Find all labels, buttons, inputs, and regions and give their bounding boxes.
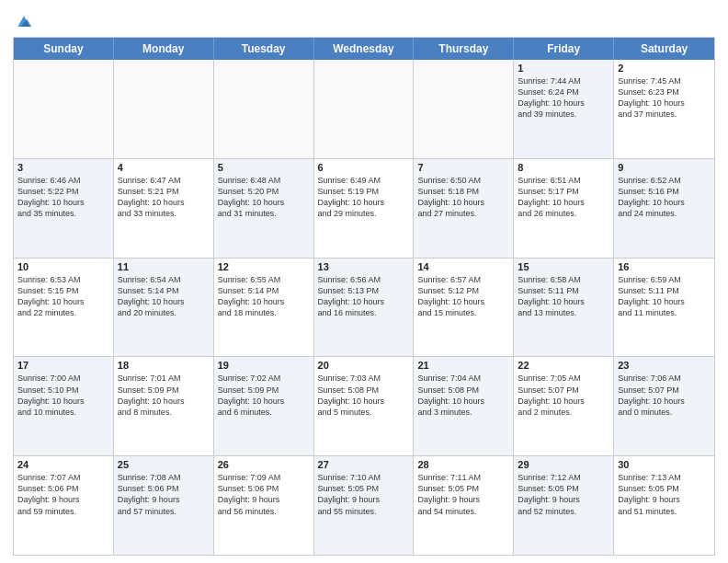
day-info: Sunrise: 7:03 AM Sunset: 5:08 PM Dayligh… bbox=[318, 373, 410, 418]
day-info: Sunrise: 6:53 AM Sunset: 5:15 PM Dayligh… bbox=[17, 274, 109, 319]
calendar-cell-23: 23Sunrise: 7:06 AM Sunset: 5:07 PM Dayli… bbox=[614, 357, 714, 455]
header-day-wednesday: Wednesday bbox=[314, 38, 415, 60]
day-info: Sunrise: 7:06 AM Sunset: 5:07 PM Dayligh… bbox=[618, 373, 711, 418]
calendar-cell-25: 25Sunrise: 7:08 AM Sunset: 5:06 PM Dayli… bbox=[114, 456, 214, 555]
header-day-tuesday: Tuesday bbox=[214, 38, 314, 60]
calendar-cell-empty bbox=[14, 60, 114, 158]
day-number: 10 bbox=[17, 261, 109, 272]
day-info: Sunrise: 7:11 AM Sunset: 5:05 PM Dayligh… bbox=[417, 472, 509, 517]
day-number: 7 bbox=[417, 162, 509, 173]
calendar-cell-29: 29Sunrise: 7:12 AM Sunset: 5:05 PM Dayli… bbox=[514, 456, 614, 555]
day-info: Sunrise: 6:59 AM Sunset: 5:11 PM Dayligh… bbox=[618, 274, 711, 319]
day-number: 14 bbox=[417, 261, 509, 272]
day-info: Sunrise: 6:56 AM Sunset: 5:13 PM Dayligh… bbox=[318, 274, 410, 319]
page-container: SundayMondayTuesdayWednesdayThursdayFrid… bbox=[0, 0, 728, 563]
day-info: Sunrise: 7:04 AM Sunset: 5:08 PM Dayligh… bbox=[417, 373, 509, 418]
calendar-cell-empty bbox=[414, 60, 514, 158]
calendar-cell-2: 2Sunrise: 7:45 AM Sunset: 6:23 PM Daylig… bbox=[614, 60, 714, 158]
day-info: Sunrise: 6:57 AM Sunset: 5:12 PM Dayligh… bbox=[417, 274, 509, 319]
header-day-thursday: Thursday bbox=[414, 38, 514, 60]
day-info: Sunrise: 6:48 AM Sunset: 5:20 PM Dayligh… bbox=[218, 175, 310, 220]
day-info: Sunrise: 7:02 AM Sunset: 5:09 PM Dayligh… bbox=[218, 373, 310, 418]
calendar-row-3: 17Sunrise: 7:00 AM Sunset: 5:10 PM Dayli… bbox=[14, 357, 714, 456]
calendar-cell-12: 12Sunrise: 6:55 AM Sunset: 5:14 PM Dayli… bbox=[214, 259, 314, 357]
day-info: Sunrise: 7:05 AM Sunset: 5:07 PM Dayligh… bbox=[518, 373, 609, 418]
calendar-cell-1: 1Sunrise: 7:44 AM Sunset: 6:24 PM Daylig… bbox=[514, 60, 614, 158]
header bbox=[13, 9, 715, 31]
calendar-cell-11: 11Sunrise: 6:54 AM Sunset: 5:14 PM Dayli… bbox=[114, 259, 214, 357]
day-number: 9 bbox=[618, 162, 711, 173]
day-number: 23 bbox=[618, 360, 711, 371]
calendar: SundayMondayTuesdayWednesdayThursdayFrid… bbox=[13, 37, 715, 556]
calendar-cell-15: 15Sunrise: 6:58 AM Sunset: 5:11 PM Dayli… bbox=[514, 259, 614, 357]
day-info: Sunrise: 7:09 AM Sunset: 5:06 PM Dayligh… bbox=[218, 472, 310, 517]
calendar-cell-5: 5Sunrise: 6:48 AM Sunset: 5:20 PM Daylig… bbox=[214, 159, 314, 258]
day-info: Sunrise: 7:13 AM Sunset: 5:05 PM Dayligh… bbox=[618, 472, 711, 517]
day-number: 5 bbox=[218, 162, 310, 173]
day-number: 22 bbox=[518, 360, 609, 371]
day-info: Sunrise: 7:00 AM Sunset: 5:10 PM Dayligh… bbox=[17, 373, 109, 418]
day-info: Sunrise: 7:12 AM Sunset: 5:05 PM Dayligh… bbox=[518, 472, 609, 517]
calendar-cell-30: 30Sunrise: 7:13 AM Sunset: 5:05 PM Dayli… bbox=[614, 456, 714, 555]
header-day-monday: Monday bbox=[114, 38, 214, 60]
day-info: Sunrise: 6:50 AM Sunset: 5:18 PM Dayligh… bbox=[417, 175, 509, 220]
day-number: 15 bbox=[518, 261, 609, 272]
day-info: Sunrise: 7:01 AM Sunset: 5:09 PM Dayligh… bbox=[118, 373, 210, 418]
calendar-cell-4: 4Sunrise: 6:47 AM Sunset: 5:21 PM Daylig… bbox=[114, 159, 214, 258]
calendar-cell-27: 27Sunrise: 7:10 AM Sunset: 5:05 PM Dayli… bbox=[314, 456, 415, 555]
calendar-row-4: 24Sunrise: 7:07 AM Sunset: 5:06 PM Dayli… bbox=[14, 456, 714, 555]
header-day-sunday: Sunday bbox=[14, 38, 114, 60]
day-info: Sunrise: 6:58 AM Sunset: 5:11 PM Dayligh… bbox=[518, 274, 609, 319]
calendar-cell-7: 7Sunrise: 6:50 AM Sunset: 5:18 PM Daylig… bbox=[414, 159, 514, 258]
calendar-cell-17: 17Sunrise: 7:00 AM Sunset: 5:10 PM Dayli… bbox=[14, 357, 114, 455]
calendar-header: SundayMondayTuesdayWednesdayThursdayFrid… bbox=[14, 38, 714, 60]
day-number: 24 bbox=[17, 459, 109, 470]
calendar-row-1: 3Sunrise: 6:46 AM Sunset: 5:22 PM Daylig… bbox=[14, 159, 714, 259]
calendar-cell-9: 9Sunrise: 6:52 AM Sunset: 5:16 PM Daylig… bbox=[614, 159, 714, 258]
day-number: 3 bbox=[17, 162, 109, 173]
logo-icon bbox=[15, 13, 33, 31]
calendar-cell-empty bbox=[214, 60, 314, 158]
calendar-cell-21: 21Sunrise: 7:04 AM Sunset: 5:08 PM Dayli… bbox=[414, 357, 514, 455]
day-info: Sunrise: 6:47 AM Sunset: 5:21 PM Dayligh… bbox=[118, 175, 210, 220]
day-number: 19 bbox=[218, 360, 310, 371]
calendar-row-2: 10Sunrise: 6:53 AM Sunset: 5:15 PM Dayli… bbox=[14, 259, 714, 358]
calendar-cell-24: 24Sunrise: 7:07 AM Sunset: 5:06 PM Dayli… bbox=[14, 456, 114, 555]
logo bbox=[13, 13, 33, 31]
day-info: Sunrise: 7:08 AM Sunset: 5:06 PM Dayligh… bbox=[118, 472, 210, 517]
calendar-cell-6: 6Sunrise: 6:49 AM Sunset: 5:19 PM Daylig… bbox=[314, 159, 415, 258]
header-day-friday: Friday bbox=[514, 38, 614, 60]
day-number: 17 bbox=[17, 360, 109, 371]
day-number: 12 bbox=[218, 261, 310, 272]
day-info: Sunrise: 6:55 AM Sunset: 5:14 PM Dayligh… bbox=[218, 274, 310, 319]
calendar-cell-20: 20Sunrise: 7:03 AM Sunset: 5:08 PM Dayli… bbox=[314, 357, 415, 455]
day-number: 18 bbox=[118, 360, 210, 371]
day-number: 29 bbox=[518, 459, 609, 470]
calendar-cell-14: 14Sunrise: 6:57 AM Sunset: 5:12 PM Dayli… bbox=[414, 259, 514, 357]
day-number: 2 bbox=[618, 63, 711, 74]
calendar-cell-22: 22Sunrise: 7:05 AM Sunset: 5:07 PM Dayli… bbox=[514, 357, 614, 455]
day-number: 27 bbox=[318, 459, 410, 470]
calendar-cell-18: 18Sunrise: 7:01 AM Sunset: 5:09 PM Dayli… bbox=[114, 357, 214, 455]
day-info: Sunrise: 7:45 AM Sunset: 6:23 PM Dayligh… bbox=[618, 75, 711, 121]
day-info: Sunrise: 6:49 AM Sunset: 5:19 PM Dayligh… bbox=[318, 175, 410, 220]
day-info: Sunrise: 7:44 AM Sunset: 6:24 PM Dayligh… bbox=[518, 75, 609, 121]
day-number: 28 bbox=[417, 459, 509, 470]
day-number: 20 bbox=[318, 360, 410, 371]
day-number: 13 bbox=[318, 261, 410, 272]
day-info: Sunrise: 7:10 AM Sunset: 5:05 PM Dayligh… bbox=[318, 472, 410, 517]
calendar-cell-10: 10Sunrise: 6:53 AM Sunset: 5:15 PM Dayli… bbox=[14, 259, 114, 357]
calendar-cell-26: 26Sunrise: 7:09 AM Sunset: 5:06 PM Dayli… bbox=[214, 456, 314, 555]
day-number: 8 bbox=[518, 162, 609, 173]
day-number: 26 bbox=[218, 459, 310, 470]
day-number: 25 bbox=[118, 459, 210, 470]
day-info: Sunrise: 7:07 AM Sunset: 5:06 PM Dayligh… bbox=[17, 472, 109, 517]
calendar-cell-8: 8Sunrise: 6:51 AM Sunset: 5:17 PM Daylig… bbox=[514, 159, 614, 258]
day-number: 16 bbox=[618, 261, 711, 272]
calendar-cell-3: 3Sunrise: 6:46 AM Sunset: 5:22 PM Daylig… bbox=[14, 159, 114, 258]
calendar-cell-28: 28Sunrise: 7:11 AM Sunset: 5:05 PM Dayli… bbox=[414, 456, 514, 555]
day-number: 11 bbox=[118, 261, 210, 272]
calendar-cell-empty bbox=[114, 60, 214, 158]
day-number: 4 bbox=[118, 162, 210, 173]
day-info: Sunrise: 6:52 AM Sunset: 5:16 PM Dayligh… bbox=[618, 175, 711, 220]
